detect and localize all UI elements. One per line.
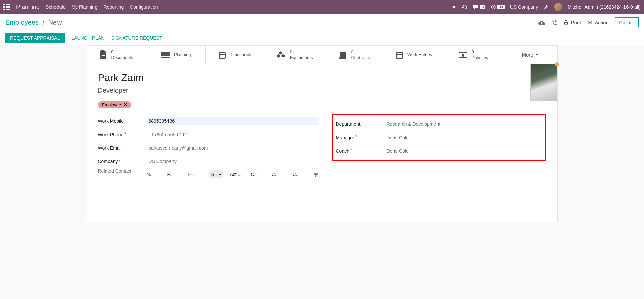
apps-icon[interactable] [3,4,10,10]
work-email-field[interactable]: parkuscompany@gmail.com [147,144,319,152]
svg-rect-14 [219,53,225,58]
stat-work-entries-label: Work Entries [407,52,432,58]
kanban-col[interactable]: C.. [293,172,307,177]
svg-point-21 [315,176,316,177]
stat-planning-label: Planning [174,52,191,58]
calendar-icon [219,50,226,59]
employee-name[interactable]: Park Zaim [98,72,546,83]
work-mobile-label: Work Mobile? [98,118,147,124]
svg-rect-16 [396,53,403,58]
support-icon[interactable] [462,4,467,10]
kanban-row[interactable] [147,197,319,214]
related-contact-kanban-header: N.. P.. E.. S.. Acti... C.. C.. C [147,168,319,180]
kanban-col[interactable]: P.. [167,172,182,177]
launch-plan-button[interactable]: LAUNCH PLAN [71,33,104,43]
nav-my-planning[interactable]: My Planning [71,4,97,10]
activities-icon[interactable]: 39 [491,4,504,10]
app-brand[interactable]: Planning [16,4,40,11]
svg-rect-4 [565,20,567,21]
coach-field[interactable]: Doris Cole [385,147,543,155]
svg-rect-15 [339,57,346,59]
nav-schedule[interactable]: Schedule [46,4,65,10]
work-mobile-field[interactable]: 6895395436 [147,117,319,125]
cubes-icon [277,50,286,59]
document-icon [100,50,107,59]
svg-rect-1 [462,7,463,8]
create-button[interactable]: Create [615,17,639,27]
breadcrumb-parent[interactable]: Employees [5,18,39,26]
stat-equipments[interactable]: 0 Equipments [265,46,325,64]
stat-button-box: 0 Documents Planning Timesheets [87,46,557,64]
user-menu[interactable]: Mitchell Admin (21623424-16-0-all) [568,4,641,10]
activities-badge: 39 [497,5,504,9]
stat-payslips-count: 0 [471,49,488,55]
bug-icon[interactable] [451,4,457,10]
stat-timesheets-label: Timesheets [230,52,253,58]
employee-job-title[interactable]: Developer [98,87,546,95]
work-phone-field[interactable]: +1 (650) 555-0111 [147,130,319,139]
stat-planning[interactable]: Planning [146,46,206,64]
signature-request-button[interactable]: SIGNATURE REQUEST [111,33,162,43]
stat-work-entries[interactable]: Work Entries [384,46,444,64]
caret-down-icon [535,54,539,56]
company-selector[interactable]: US Company [510,4,538,10]
kanban-col[interactable]: C.. [272,172,286,177]
planning-icon [161,50,170,59]
company-field[interactable]: US Company [147,157,319,165]
stat-contracts[interactable]: 0 Contracts [325,46,384,64]
control-panel: Employees / New Print Action Create [0,14,644,31]
svg-rect-9 [102,55,105,56]
svg-rect-8 [102,54,105,54]
manager-field[interactable]: Doris Cole [385,134,543,142]
money-icon [459,50,467,59]
print-button[interactable]: Print [563,20,581,25]
department-field[interactable]: Research & Development [385,120,543,128]
highlight-annotation: Department? Research & Development Manag… [332,114,546,161]
cloud-save-icon[interactable] [538,20,545,26]
coach-label: Coach? [336,148,385,154]
action-button[interactable]: Action [587,20,609,25]
sliders-icon[interactable] [313,172,319,177]
stat-documents[interactable]: 0 Documents [87,46,147,64]
kanban-col[interactable]: C.. [251,172,265,177]
nav-configuration[interactable]: Configuration [130,4,158,10]
svg-point-0 [453,6,455,8]
employee-photo[interactable] [530,64,557,101]
discard-icon[interactable] [551,19,557,26]
stat-payslips[interactable]: 0 Payslips [444,46,503,64]
tag-remove-icon[interactable]: ✕ [124,102,127,107]
stat-more-button[interactable]: More [503,46,557,64]
kanban-col-sort[interactable]: S.. [209,170,223,178]
work-phone-label: Work Phone? [98,132,147,137]
calendar-icon [396,50,403,59]
breadcrumb: Employees / New [5,18,62,26]
manager-label: Manager? [336,135,385,140]
navbar: Planning Schedule My Planning Reporting … [0,0,644,14]
status-bar: REQUEST APPRAISAL LAUNCH PLAN SIGNATURE … [0,31,644,45]
user-avatar[interactable] [554,3,562,11]
department-label: Department? [336,121,385,127]
chevron-up-icon [218,173,221,175]
messages-icon[interactable]: 9 [473,4,485,10]
stat-contracts-count: 0 [351,49,370,55]
print-label: Print [571,20,581,25]
stat-timesheets[interactable]: Timesheets [206,46,265,64]
stat-equipments-label: Equipments [290,55,313,60]
related-contact-label: Related Contact? [98,168,147,174]
svg-point-18 [462,54,464,56]
stat-equipments-count: 0 [290,49,313,55]
company-label: Company? [98,159,147,164]
kanban-col[interactable]: N.. [147,172,161,177]
svg-rect-12 [161,54,170,56]
svg-rect-13 [161,57,170,58]
svg-rect-11 [161,52,170,54]
employee-tag[interactable]: Employee ✕ [98,101,131,108]
breadcrumb-current: New [48,18,62,26]
kanban-col[interactable]: Acti... [230,172,244,177]
debug-tools-icon[interactable] [543,4,549,10]
request-appraisal-button[interactable]: REQUEST APPRAISAL [5,33,65,43]
form-sheet: 0 Documents Planning Timesheets [87,45,558,222]
nav-reporting[interactable]: Reporting [104,4,124,10]
kanban-col[interactable]: E.. [188,172,202,177]
kanban-row[interactable] [147,180,319,197]
